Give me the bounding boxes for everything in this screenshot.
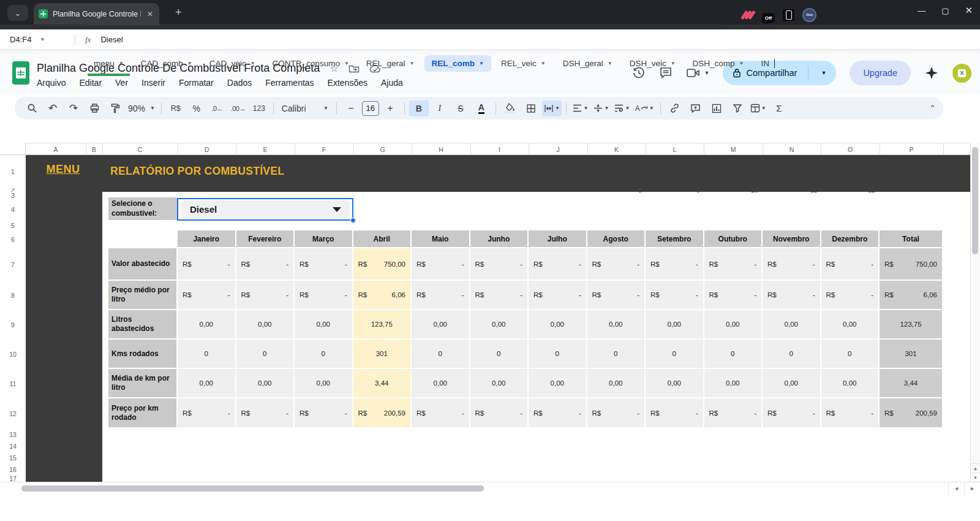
column-header-I[interactable]: I — [470, 143, 529, 155]
decrease-font-size-button[interactable]: − — [341, 101, 361, 116]
browser-tab[interactable]: Planilha Google Controle De Co ✕ — [34, 3, 159, 25]
menu-hyperlink[interactable]: MENU — [38, 163, 88, 176]
undo-button[interactable]: ↶ — [43, 101, 62, 116]
dropdown-caret-icon[interactable] — [333, 207, 341, 212]
vertical-align-button[interactable]: ▼ — [592, 101, 611, 116]
sheet-tab-DSH_comp[interactable]: DSH_comp▼ — [685, 55, 752, 72]
row-header-10[interactable]: 10 — [0, 340, 26, 370]
row-header-13[interactable]: 13 — [0, 428, 26, 441]
table-cell[interactable]: 0,00 — [821, 310, 880, 340]
table-cell[interactable]: R$- — [587, 248, 646, 281]
column-header-O[interactable]: O — [821, 143, 880, 155]
menu-formatar[interactable]: Formatar — [179, 78, 214, 88]
extension-off-icon[interactable]: Off — [762, 13, 775, 23]
month-header-Maio[interactable]: Maio — [412, 230, 470, 248]
extension-web-icon[interactable]: Web — [802, 8, 816, 22]
table-options-button[interactable]: ▼ — [748, 101, 768, 116]
functions-button[interactable]: Σ — [769, 101, 789, 116]
month-header-Junho[interactable]: Junho — [470, 230, 529, 248]
row-header-11[interactable]: 11 — [0, 369, 26, 399]
row-label[interactable]: Média de km por litro — [108, 369, 178, 398]
table-cell[interactable]: 3,44 — [353, 369, 412, 398]
fill-color-button[interactable] — [500, 101, 520, 116]
month-header-Setembro[interactable]: Setembro — [646, 230, 704, 248]
column-header-A[interactable]: A — [26, 143, 86, 155]
table-cell[interactable]: 0,00 — [763, 310, 821, 340]
table-cell[interactable]: R$- — [821, 281, 880, 310]
row-header-16[interactable]: 16 — [0, 463, 26, 476]
table-cell[interactable]: 0,00 — [587, 310, 646, 340]
collapse-toolbar-icon[interactable]: ⌃ — [929, 104, 936, 113]
borders-button[interactable] — [521, 101, 541, 116]
horizontal-align-button[interactable]: ▼ — [571, 101, 590, 116]
font-size-input[interactable]: 16 — [362, 101, 379, 116]
sheets-logo-icon[interactable] — [12, 61, 29, 85]
column-header-N[interactable]: N — [763, 143, 821, 155]
table-cell[interactable]: R$- — [295, 398, 353, 428]
table-cell[interactable]: R$- — [470, 281, 529, 310]
extension-phone-icon[interactable] — [783, 9, 794, 21]
upgrade-button[interactable]: Upgrade — [850, 61, 911, 85]
extension-pink-icon[interactable] — [742, 9, 754, 21]
table-cell[interactable]: 0,00 — [704, 310, 763, 340]
insert-link-button[interactable] — [665, 101, 685, 116]
fuel-dropdown[interactable]: Diesel — [181, 200, 350, 218]
menu-arquivo[interactable]: Arquivo — [37, 78, 66, 88]
tab-caret-icon[interactable]: ▼ — [479, 61, 484, 66]
sheet-tab-CONTR_consumo[interactable]: CONTR_consumo▼ — [265, 55, 356, 72]
row-header-7[interactable]: 7 — [0, 248, 26, 281]
total-cell[interactable]: 301 — [880, 340, 943, 369]
table-cell[interactable]: 0 — [646, 340, 704, 369]
month-header-Julho[interactable]: Julho — [529, 230, 587, 248]
table-cell[interactable]: R$- — [704, 248, 763, 281]
table-cell[interactable]: R$- — [763, 281, 821, 310]
redo-button[interactable]: ↷ — [64, 101, 83, 116]
row-label[interactable]: Litros abastecidos — [108, 310, 178, 340]
row-label[interactable]: Valor abastecido — [108, 248, 178, 281]
table-cell[interactable]: 0,00 — [587, 369, 646, 398]
table-cell[interactable]: 123,75 — [353, 310, 412, 340]
table-cell[interactable]: 0,00 — [412, 310, 470, 340]
table-cell[interactable]: R$- — [470, 248, 529, 281]
table-cell[interactable]: R$- — [763, 248, 821, 281]
sheet-tab-IN[interactable]: IN — [754, 55, 783, 72]
table-cell[interactable]: R$- — [529, 281, 587, 310]
format-currency-button[interactable]: R$ — [166, 101, 186, 116]
vertical-scrollbar-thumb[interactable] — [972, 147, 978, 254]
table-cell[interactable]: 0,00 — [646, 310, 704, 340]
table-cell[interactable]: R$- — [704, 398, 763, 428]
table-cell[interactable]: R$- — [412, 281, 470, 310]
table-cell[interactable]: 0 — [470, 340, 529, 369]
tab-caret-icon[interactable]: ▼ — [187, 61, 192, 66]
table-cell[interactable]: 0 — [412, 340, 470, 369]
name-box-caret-icon[interactable]: ▼ — [40, 37, 45, 42]
table-cell[interactable]: 0,00 — [470, 369, 529, 398]
table-cell[interactable]: R$- — [646, 398, 704, 428]
table-cell[interactable]: 0 — [587, 340, 646, 369]
gemini-sparkle-icon[interactable] — [924, 66, 939, 80]
scroll-down-icon[interactable]: ▼ — [970, 473, 980, 482]
tab-search-button[interactable]: ⌄ — [7, 5, 28, 21]
table-cell[interactable]: 0,00 — [236, 369, 295, 398]
month-header-Janeiro[interactable]: Janeiro — [178, 230, 236, 248]
table-cell[interactable]: 0 — [529, 340, 587, 369]
merge-cells-button[interactable]: ▼ — [542, 101, 562, 116]
month-header-Dezembro[interactable]: Dezembro — [821, 230, 880, 248]
strikethrough-button[interactable]: S — [451, 101, 470, 116]
row-header-12[interactable]: 12 — [0, 398, 26, 429]
table-cell[interactable]: R$- — [763, 398, 821, 428]
table-cell[interactable]: 0,00 — [295, 369, 353, 398]
sheet-tab-DSH_geral[interactable]: DSH_geral▼ — [556, 55, 620, 72]
zoom-select[interactable]: 90% ▼ — [126, 101, 157, 116]
increase-font-size-button[interactable]: + — [380, 101, 400, 116]
column-header-D[interactable]: D — [178, 143, 236, 155]
table-cell[interactable]: R$- — [821, 398, 880, 428]
tab-caret-icon[interactable]: ▼ — [739, 61, 744, 66]
month-header-Abril[interactable]: Abril — [353, 230, 412, 248]
column-header-B[interactable]: B — [86, 143, 103, 155]
menu-ferramentas[interactable]: Ferramentas — [265, 78, 314, 88]
tab-caret-icon[interactable]: ▼ — [410, 61, 415, 66]
scroll-left-icon[interactable]: ◄ — [948, 482, 964, 495]
table-cell[interactable]: 0,00 — [236, 310, 295, 340]
row-label[interactable]: Preço médio por litro — [108, 281, 178, 310]
